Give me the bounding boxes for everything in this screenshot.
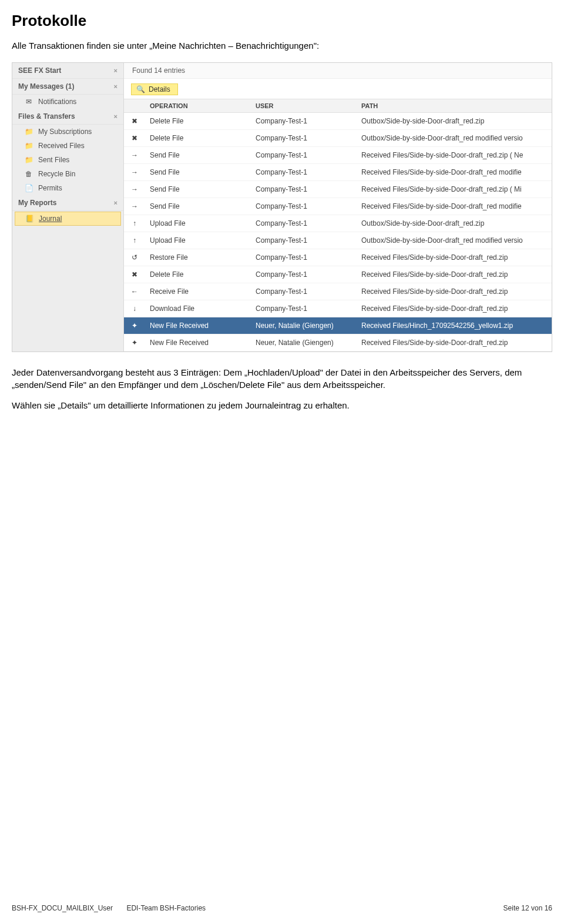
journal-icon: 📒 — [25, 215, 34, 223]
download-file-icon: ↓ — [129, 303, 140, 314]
cell-user: Company-Test-1 — [251, 284, 357, 299]
table-row[interactable]: ↑Upload FileCompany-Test-1Outbox/Side-by… — [124, 232, 552, 249]
footer-doc: BSH-FX_DOCU_MAILBIX_User — [12, 904, 113, 912]
sidebar-item[interactable]: ✉Notifications — [12, 95, 123, 109]
sidebar-section-header[interactable]: My Reports× — [12, 195, 123, 211]
table-row[interactable]: ✖Delete FileCompany-Test-1Outbox/Side-by… — [124, 130, 552, 147]
close-icon[interactable]: × — [114, 113, 118, 120]
sidebar-item-label: Notifications — [38, 98, 76, 106]
cell-path: Outbox/Side-by-side-Door-draft_red.zip — [357, 114, 552, 128]
search-icon: 🔍 — [136, 85, 145, 93]
sidebar-item[interactable]: 📄Permits — [12, 181, 123, 195]
close-icon[interactable]: × — [114, 199, 118, 206]
sidebar-section-title: My Reports — [18, 199, 56, 207]
sidebar-item[interactable]: 📁Received Files — [12, 139, 123, 153]
table-row[interactable]: ↓Download FileCompany-Test-1Received Fil… — [124, 300, 552, 317]
app-screenshot: SEE FX Start×My Messages (1)×✉Notificati… — [12, 62, 552, 352]
table-row[interactable]: →Send FileCompany-Test-1Received Files/S… — [124, 181, 552, 198]
cell-operation: New File Received — [145, 319, 251, 333]
cell-path: Outbox/Side-by-side-Door-draft_red.zip — [357, 216, 552, 230]
cell-user: Company-Test-1 — [251, 216, 357, 230]
upload-file-icon: ↑ — [129, 235, 140, 246]
sidebar-item[interactable]: 🗑Recycle Bin — [12, 167, 123, 181]
table-row[interactable]: →Send FileCompany-Test-1Received Files/S… — [124, 147, 552, 164]
table-row[interactable]: →Send FileCompany-Test-1Received Files/S… — [124, 164, 552, 181]
sidebar-section-header[interactable]: Files & Transfers× — [12, 109, 123, 125]
sidebar: SEE FX Start×My Messages (1)×✉Notificati… — [12, 63, 124, 351]
table-header-row: OPERATION USER PATH — [124, 99, 552, 113]
page-footer: BSH-FX_DOCU_MAILBIX_User EDI-Team BSH-Fa… — [12, 904, 552, 912]
cell-path: Received Files/Side-by-side-Door-draft_r… — [357, 148, 552, 162]
cell-path: Received Files/Side-by-side-Door-draft_r… — [357, 302, 552, 316]
cell-path: Received Files/Side-by-side-Door-draft_r… — [357, 267, 552, 282]
table-row[interactable]: ✖Delete FileCompany-Test-1Received Files… — [124, 266, 552, 283]
cell-user: Company-Test-1 — [251, 114, 357, 128]
footer-page: Seite 12 von 16 — [503, 904, 552, 912]
table-row[interactable]: ↺Restore FileCompany-Test-1Received File… — [124, 249, 552, 266]
cell-path: Received Files/Hinch_17092542256_yellow1… — [357, 319, 552, 333]
send-file-icon: → — [129, 150, 140, 160]
sidebar-item[interactable]: 📁My Subscriptions — [12, 125, 123, 139]
cell-user: Company-Test-1 — [251, 148, 357, 162]
close-icon[interactable]: × — [114, 67, 118, 74]
sidebar-item[interactable]: 📒Journal — [15, 212, 121, 226]
table-row[interactable]: ←Receive FileCompany-Test-1Received File… — [124, 283, 552, 300]
page-heading: Protokolle — [12, 12, 552, 30]
table-row[interactable]: ↑Upload FileCompany-Test-1Outbox/Side-by… — [124, 215, 552, 232]
column-header-path[interactable]: PATH — [357, 99, 552, 112]
new-file-icon: ✦ — [129, 320, 140, 331]
envelope-icon: ✉ — [24, 98, 33, 106]
found-entries-label: Found 14 entries — [124, 63, 552, 79]
sidebar-section-header[interactable]: SEE FX Start× — [12, 63, 123, 79]
folder-up-icon: 📁 — [24, 156, 33, 164]
sidebar-item-label: Journal — [39, 215, 62, 223]
details-button-label: Details — [149, 85, 170, 93]
cell-user: Neuer, Natalie (Giengen) — [251, 319, 357, 333]
column-header-user[interactable]: USER — [251, 99, 357, 112]
permit-icon: 📄 — [24, 184, 33, 192]
sidebar-item-label: Sent Files — [38, 156, 69, 164]
paragraph-2: Wählen sie „Details" um detaillierte Inf… — [12, 399, 552, 411]
cell-path: Received Files/Side-by-side-Door-draft_r… — [357, 250, 552, 265]
upload-file-icon: ↑ — [129, 218, 140, 229]
column-header-operation[interactable]: OPERATION — [145, 99, 251, 112]
trash-icon: 🗑 — [24, 170, 33, 178]
delete-file-icon: ✖ — [129, 133, 140, 143]
details-button[interactable]: 🔍 Details — [131, 83, 178, 95]
cell-user: Company-Test-1 — [251, 199, 357, 213]
sidebar-item[interactable]: 📁Sent Files — [12, 153, 123, 167]
table-row[interactable]: ✦New File ReceivedNeuer, Natalie (Gienge… — [124, 317, 552, 334]
table-row[interactable]: →Send FileCompany-Test-1Received Files/S… — [124, 198, 552, 215]
receive-file-icon: ← — [129, 286, 140, 297]
table-row[interactable]: ✖Delete FileCompany-Test-1Outbox/Side-by… — [124, 113, 552, 130]
close-icon[interactable]: × — [114, 83, 118, 90]
table-row[interactable]: ✦New File ReceivedNeuer, Natalie (Gienge… — [124, 334, 552, 351]
cell-operation: Restore File — [145, 250, 251, 265]
cell-operation: Send File — [145, 199, 251, 213]
cell-path: Outbox/Side-by-side-Door-draft_red modif… — [357, 131, 552, 145]
cell-user: Company-Test-1 — [251, 267, 357, 282]
restore-file-icon: ↺ — [129, 252, 140, 263]
cell-path: Outbox/Side-by-side-Door-draft_red modif… — [357, 233, 552, 247]
footer-team: EDI-Team BSH-Factories — [126, 904, 206, 912]
sidebar-item-label: My Subscriptions — [38, 128, 92, 136]
cell-user: Neuer, Natalie (Giengen) — [251, 336, 357, 350]
new-file-icon: ✦ — [129, 337, 140, 348]
cell-path: Received Files/Side-by-side-Door-draft_r… — [357, 199, 552, 213]
send-file-icon: → — [129, 184, 140, 195]
cell-path: Received Files/Side-by-side-Door-draft_r… — [357, 284, 552, 299]
cell-user: Company-Test-1 — [251, 131, 357, 145]
sidebar-section-title: Files & Transfers — [18, 112, 75, 120]
cell-user: Company-Test-1 — [251, 182, 357, 196]
cell-operation: Receive File — [145, 284, 251, 299]
sidebar-section-header[interactable]: My Messages (1)× — [12, 79, 123, 95]
paragraph-1: Jeder Datenversandvorgang besteht aus 3 … — [12, 366, 552, 391]
sidebar-item-label: Permits — [38, 184, 62, 192]
cell-operation: Upload File — [145, 216, 251, 230]
cell-operation: Delete File — [145, 131, 251, 145]
journal-table: OPERATION USER PATH ✖Delete FileCompany-… — [124, 99, 552, 351]
cell-operation: Delete File — [145, 267, 251, 282]
delete-file-icon: ✖ — [129, 269, 140, 280]
sidebar-section-title: SEE FX Start — [18, 66, 61, 75]
cell-operation: Download File — [145, 302, 251, 316]
